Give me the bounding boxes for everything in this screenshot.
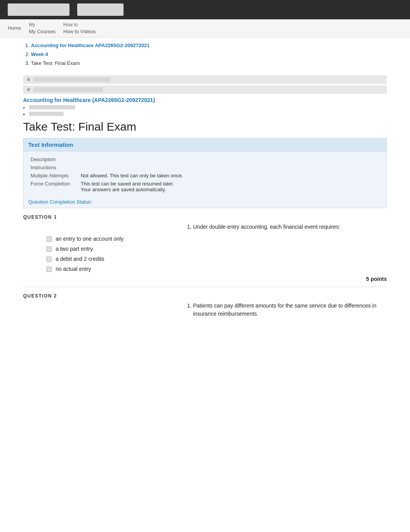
question-1-text: Under double-entry accounting, each fina…: [193, 223, 387, 231]
main-content: Test Information Description Instruction…: [23, 138, 387, 367]
alert-dot-2: [27, 88, 30, 91]
test-info-table: Description Instructions Multiple Attemp…: [24, 151, 386, 197]
answer-text-1-1: an entry to one account only: [56, 236, 124, 242]
breadcrumb: Accounting for Healthcare APA2265G2-2092…: [0, 38, 410, 74]
question-2-text: Patients can pay different amounts for t…: [193, 302, 387, 318]
course-bullets: [29, 105, 387, 117]
alert-text-1-blurred: [33, 77, 110, 82]
nav-howto-label[interactable]: How to: [63, 22, 96, 28]
nav-courses[interactable]: My Courses: [29, 28, 56, 35]
breadcrumb-link-2[interactable]: Week 4: [31, 51, 48, 57]
question-2-block: Patients can pay different amounts for t…: [23, 302, 387, 318]
breadcrumb-item-3: Take Test: Final Exam: [31, 60, 387, 66]
answer-choice-1-1: an entry to one account only: [46, 236, 387, 242]
test-info-value-attempts: Not allowed. This test can only be taken…: [78, 172, 382, 180]
nav-videos[interactable]: How to Videos: [63, 28, 96, 35]
breadcrumb-text-3: Take Test: Final Exam: [31, 60, 80, 66]
test-info-value-instructions: [78, 163, 382, 172]
test-info-label-completion: Force Completion: [28, 180, 78, 194]
radio-1-1[interactable]: [46, 236, 52, 242]
test-info-value-description: [78, 155, 382, 163]
course-bullet-2-blurred: [29, 112, 64, 116]
answer-text-1-4: no actual entry: [56, 266, 91, 272]
question-2-text-col: Patients can pay different amounts for t…: [185, 302, 387, 318]
breadcrumb-item-1: Accounting for Healthcare APA2265G2-2092…: [31, 42, 387, 48]
radio-1-4[interactable]: [46, 267, 52, 272]
top-header-bar: [0, 0, 410, 19]
alert-text-2-blurred: [33, 87, 103, 92]
test-info-label-attempts: Multiple Attempts: [28, 172, 78, 180]
alert-bars: [23, 75, 387, 94]
separator-1: [23, 287, 387, 287]
test-info-row-instructions: Instructions: [28, 163, 382, 172]
answer-choice-1-4: no actual entry: [46, 266, 387, 272]
answer-text-1-3: a debit and 2 credits: [56, 256, 104, 262]
question-1-choices: an entry to one account only a two part …: [46, 236, 387, 272]
alert-bar-1: [23, 75, 387, 84]
question-1-block: Under double-entry accounting, each fina…: [23, 223, 387, 231]
radio-1-3[interactable]: [46, 257, 52, 262]
alert-bar-2: [23, 85, 387, 94]
question-1-points: 5 points: [23, 276, 387, 282]
nav-home[interactable]: Home: [8, 25, 21, 32]
breadcrumb-item-2: Week 4: [31, 51, 387, 57]
question-2-label: QUESTION 2: [23, 293, 387, 299]
question-2-number-col: [23, 302, 185, 318]
test-info-row-completion: Force Completion This test can be saved …: [28, 180, 382, 194]
course-bullet-1: [29, 105, 387, 110]
test-info-row-description: Description: [28, 155, 382, 163]
nav-my[interactable]: My: [29, 22, 56, 28]
test-info-row-attempts: Multiple Attempts Not allowed. This test…: [28, 172, 382, 180]
header-logo-blurred: [8, 3, 69, 16]
answer-choice-1-3: a debit and 2 credits: [46, 256, 387, 262]
question-2-answer-area: [23, 321, 387, 367]
alert-dot-1: [27, 78, 30, 81]
course-title-link[interactable]: Accounting for Healthcare (APA2265G2-209…: [23, 97, 387, 103]
test-info-label-instructions: Instructions: [28, 163, 78, 172]
test-info-box: Test Information Description Instruction…: [23, 138, 387, 208]
course-bullet-2: [29, 111, 387, 117]
course-bullet-1-blurred: [29, 105, 75, 109]
question-1-label: QUESTION 1: [23, 214, 387, 220]
question-1-number-col: [23, 223, 185, 231]
header-dark-blurred: [77, 3, 124, 16]
question-completion-status: Question Completion Status:: [24, 197, 386, 208]
radio-1-2[interactable]: [46, 246, 52, 252]
answer-choice-1-2: a two part entry.: [46, 246, 387, 252]
breadcrumb-link-1[interactable]: Accounting for Healthcare APA2265G2-2092…: [31, 42, 150, 48]
question-1-text-col: Under double-entry accounting, each fina…: [185, 223, 387, 231]
test-info-value-completion: This test can be saved and resumed later…: [78, 180, 382, 194]
header-logo-area: [8, 3, 124, 16]
page-title: Take Test: Final Exam: [23, 120, 387, 133]
test-info-header: Test Information: [24, 138, 386, 151]
answer-text-1-2: a two part entry.: [56, 246, 94, 252]
nav-row: Home My My Courses How to How to Videos: [0, 19, 410, 38]
test-info-label-description: Description: [28, 155, 78, 163]
